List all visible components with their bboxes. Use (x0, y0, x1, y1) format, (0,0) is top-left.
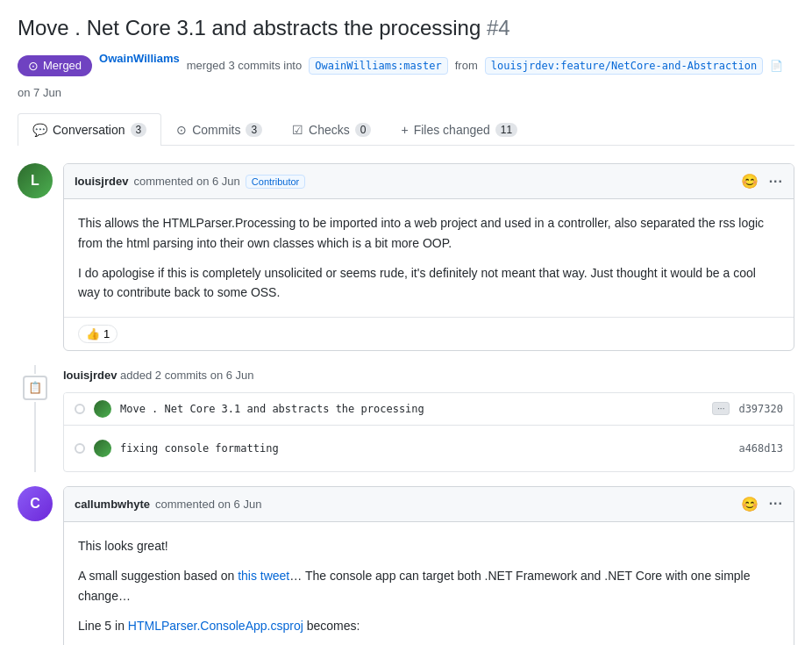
commit-avatar-2 (94, 440, 111, 457)
commits-event-label: louisjrdev added 2 commits on 6 Jun (63, 369, 794, 382)
tab-commits-label: Commits (192, 123, 240, 137)
tab-commits-count: 3 (246, 123, 262, 137)
checks-icon: ☑ (292, 123, 303, 137)
conversation-icon: 💬 (32, 123, 47, 137)
avatar-callumbwhyte: C (18, 486, 53, 521)
timeline-line-top (34, 365, 36, 374)
commit-row-2: fixing console formatting a468d13 (64, 433, 794, 464)
comment-author-2[interactable]: callumbwhyte (75, 498, 150, 511)
merged-badge: ⊙ Merged (18, 55, 92, 76)
tab-files-count: 11 (495, 123, 517, 137)
commit-message-1: Move . Net Core 3.1 and abstracts the pr… (120, 403, 703, 415)
files-icon: + (401, 123, 408, 137)
commit-dot-1 (75, 404, 85, 414)
tweet-link[interactable]: this tweet (238, 569, 289, 583)
comment-card-1: L louisjrdev commented on 6 Jun Contribu… (18, 163, 794, 351)
commit-more-button-1[interactable]: ··· (712, 402, 730, 415)
commit-avatar-1 (94, 400, 111, 418)
thumbs-up-count: 1 (103, 327, 110, 340)
tab-conversation-label: Conversation (53, 123, 125, 137)
comment-time-2: commented on 6 Jun (155, 498, 261, 511)
tab-checks-count: 0 (355, 123, 372, 137)
file-icon: 📄 (770, 60, 783, 72)
commits-event: 📋 louisjrdev added 2 commits on 6 Jun Mo… (18, 365, 794, 472)
timeline: L louisjrdev commented on 6 Jun Contribu… (18, 163, 794, 645)
avatar-louisjrdev: L (18, 163, 53, 198)
contributor-badge: Contributor (246, 175, 305, 189)
emoji-reaction-button-1[interactable]: 😊 (737, 171, 762, 191)
tab-checks-label: Checks (309, 123, 350, 137)
comment-time-1: commented on 6 Jun (133, 175, 239, 188)
tab-commits[interactable]: ⊙ Commits 3 (161, 113, 277, 146)
source-branch-link[interactable]: louisjrdev:feature/NetCore-and-Abstracti… (485, 57, 763, 75)
commits-icon: ⊙ (176, 123, 187, 137)
commit-message-2: fixing console formatting (120, 442, 730, 455)
commit-dot-2 (75, 443, 85, 454)
comment-header-2: callumbwhyte commented on 6 Jun 😊 ··· (64, 487, 794, 522)
tab-checks[interactable]: ☑ Checks 0 (277, 113, 386, 146)
comment-author-1[interactable]: louisjrdev (75, 175, 128, 188)
csproj-link[interactable]: HTMLParser.ConsoleApp.csproj (128, 619, 303, 633)
pr-number: #4 (487, 16, 510, 39)
tab-files-changed[interactable]: + Files changed 11 (386, 113, 532, 146)
commit-list: Move . Net Core 3.1 and abstracts the pr… (63, 392, 794, 472)
target-branch-link[interactable]: OwainWilliams:master (309, 57, 448, 75)
meta-bar: ⊙ Merged OwainWilliams merged 3 commits … (18, 52, 794, 99)
comment-card-2: C callumbwhyte commented on 6 Jun 😊 ··· … (18, 486, 794, 645)
commits-event-author[interactable]: louisjrdev (63, 369, 117, 382)
merge-icon: ⊙ (28, 59, 39, 73)
thumbs-up-reaction[interactable]: 👍 1 (78, 325, 118, 343)
page-title: Move . Net Core 3.1 and abstracts the pr… (18, 14, 794, 41)
commits-event-icon: 📋 (23, 376, 47, 400)
commit-hash-1: d397320 (738, 403, 783, 415)
author-link[interactable]: OwainWilliams (99, 52, 180, 65)
comment-content-1: This allows the HTMLParser.Processing to… (64, 199, 794, 317)
commit-row-1: Move . Net Core 3.1 and abstracts the pr… (64, 393, 794, 426)
comment-body-2: callumbwhyte commented on 6 Jun 😊 ··· Th… (63, 486, 794, 645)
emoji-reaction-button-2[interactable]: 😊 (737, 494, 762, 514)
more-options-button-2[interactable]: ··· (769, 496, 783, 512)
timeline-line-bottom (34, 402, 36, 472)
comment-content-2: This looks great! A small suggestion bas… (64, 522, 794, 645)
tab-conversation-count: 3 (131, 123, 147, 137)
tab-conversation[interactable]: 💬 Conversation 3 (18, 113, 161, 146)
comment-header-1: louisjrdev commented on 6 Jun Contributo… (64, 164, 794, 199)
commit-hash-2: a468d13 (738, 442, 783, 455)
tabs-bar: 💬 Conversation 3 ⊙ Commits 3 ☑ Checks 0 … (18, 113, 794, 146)
more-options-button-1[interactable]: ··· (769, 174, 783, 190)
tab-files-label: Files changed (414, 123, 490, 137)
thumbs-up-icon: 👍 (86, 327, 100, 340)
reactions-1: 👍 1 (64, 317, 794, 350)
comment-body-1: louisjrdev commented on 6 Jun Contributo… (63, 163, 794, 351)
